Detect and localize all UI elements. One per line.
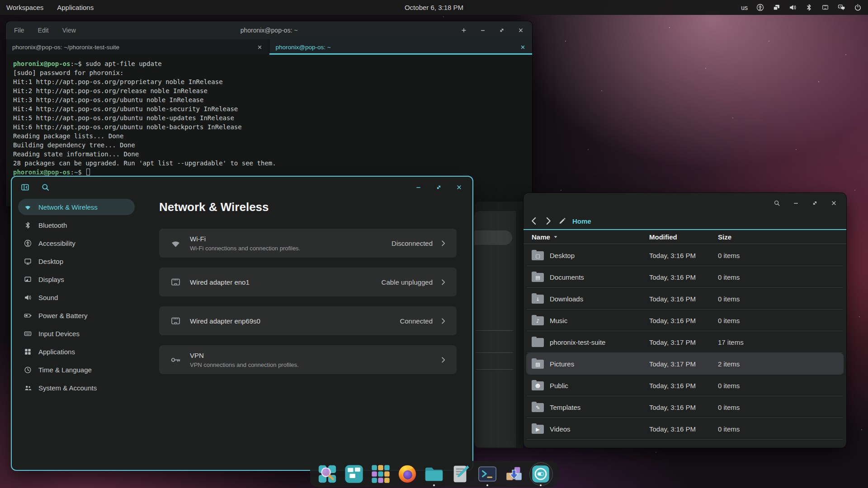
file-row-public[interactable]: ☻PublicToday, 3:16 PM0 items: [526, 375, 844, 396]
volume-icon[interactable]: [789, 4, 797, 11]
dock-item-text-editor[interactable]: [449, 461, 472, 487]
file-modified: Today, 3:17 PM: [649, 360, 718, 368]
file-size: 0 items: [718, 317, 844, 324]
file-modified: Today, 3:16 PM: [649, 252, 718, 259]
users-icon: [24, 384, 32, 392]
folder-folder-icon: [532, 338, 544, 347]
file-row-music[interactable]: ♪MusicToday, 3:16 PM0 items: [526, 310, 844, 331]
settings-card-vpn[interactable]: VPNVPN connections and connection profil…: [159, 345, 457, 374]
file-row-videos[interactable]: ▶VideosToday, 3:16 PM0 items: [526, 418, 844, 440]
sidebar-item-time-language[interactable]: Time & Language: [18, 361, 135, 378]
accessibility-icon[interactable]: [756, 4, 764, 11]
bluetooth-icon: [24, 221, 32, 229]
sidebar-item-label: Displays: [38, 276, 64, 283]
file-row-phoronix-test-suite[interactable]: phoronix-test-suiteToday, 3:17 PM17 item…: [526, 331, 844, 353]
column-header-modified[interactable]: Modified: [649, 233, 718, 241]
new-tab-icon[interactable]: [461, 27, 467, 33]
settings-card-wi-fi[interactable]: Wi-FiWi-Fi connections and connection pr…: [159, 229, 457, 258]
sidebar-item-bluetooth[interactable]: Bluetooth: [18, 217, 135, 233]
clock[interactable]: October 6, 3:18 PM: [0, 4, 868, 11]
card-title: Wired adapter enp69s0: [190, 317, 400, 325]
maximize-icon[interactable]: [811, 200, 818, 206]
settings-card-wired-adapter-eno1[interactable]: Wired adapter eno1Cable unplugged: [159, 267, 457, 296]
file-row-pictures[interactable]: ▨PicturesToday, 3:17 PM2 items: [526, 353, 844, 375]
file-row-templates[interactable]: ✎TemplatesToday, 3:16 PM0 items: [526, 396, 844, 418]
tab-label: phoronix@pop-os: ~/phoronix-test-suite: [12, 44, 119, 51]
files-app-icon: [424, 464, 444, 484]
terminal-line: phoronix@pop-os:~$ sudo apt-file update: [13, 59, 532, 68]
maximize-icon[interactable]: [499, 27, 505, 33]
wifi-icon: [170, 238, 181, 249]
terminal-line: Hit:2 http://apt.pop-os.org/release nobl…: [13, 86, 532, 95]
dock-item-terminal[interactable]: [476, 461, 499, 487]
close-icon[interactable]: [830, 200, 837, 206]
terminal-tab-2[interactable]: phoronix@pop-os: ~: [269, 39, 533, 55]
wifi-icon: [24, 203, 32, 211]
files-titlebar[interactable]: [524, 193, 846, 213]
pop-shop-app-icon: [504, 464, 524, 484]
top-panel: Workspaces Applications October 6, 3:18 …: [0, 0, 868, 15]
file-row-documents[interactable]: ▤DocumentsToday, 3:16 PM0 items: [526, 266, 844, 288]
search-icon[interactable]: [774, 200, 780, 206]
terminal-output[interactable]: phoronix@pop-os:~$ sudo apt-file update[…: [6, 55, 532, 177]
dock-item-firefox[interactable]: [396, 461, 419, 487]
settings-card-wired-adapter-enp69s0[interactable]: Wired adapter enp69s0Connected: [159, 306, 457, 335]
sidebar-item-input-devices[interactable]: Input Devices: [18, 325, 135, 342]
dock-item-pop-shop[interactable]: [503, 461, 525, 487]
bluetooth-icon[interactable]: [805, 4, 813, 11]
minimize-icon[interactable]: [793, 200, 799, 206]
sidebar-item-desktop[interactable]: Desktop: [18, 253, 135, 269]
close-icon[interactable]: [456, 184, 462, 191]
column-header-name[interactable]: Name: [532, 233, 649, 241]
background-window-panel: [474, 211, 516, 447]
sidebar-item-displays[interactable]: Displays: [18, 271, 135, 287]
forward-icon[interactable]: [544, 216, 553, 225]
terminal-tab-1[interactable]: phoronix@pop-os: ~/phoronix-test-suite: [6, 39, 269, 55]
maximize-icon[interactable]: [435, 184, 442, 191]
sidebar-item-sound[interactable]: Sound: [18, 289, 135, 305]
power-icon[interactable]: [854, 4, 862, 11]
search-icon[interactable]: [41, 183, 50, 192]
background-window-partial: [474, 202, 523, 448]
file-row-desktop[interactable]: ▢DesktopToday, 3:16 PM0 items: [526, 244, 844, 266]
files-navbar: Home: [524, 213, 846, 229]
terminal-line: 28 packages can be upgraded. Run 'apt li…: [13, 159, 532, 168]
edit-location-icon[interactable]: [558, 217, 566, 225]
breadcrumb-location[interactable]: Home: [572, 217, 591, 225]
close-icon[interactable]: [518, 27, 524, 33]
back-icon[interactable]: [529, 216, 538, 225]
minimize-icon[interactable]: [415, 184, 422, 191]
dock-item-files[interactable]: [423, 461, 445, 487]
keyboard-layout-indicator[interactable]: us: [741, 4, 748, 11]
notifications-icon[interactable]: [838, 4, 845, 11]
sidebar-toggle-icon[interactable]: [21, 183, 29, 192]
terminal-titlebar[interactable]: FileEditView phoronix@pop-os: ~: [6, 21, 532, 39]
sidebar-item-accessibility[interactable]: Accessibility: [18, 235, 135, 251]
tab-close-icon[interactable]: [257, 44, 263, 50]
dock: [310, 461, 558, 487]
sidebar-item-label: Sound: [38, 294, 58, 301]
sidebar-item-network-wireless[interactable]: Network & Wireless: [18, 199, 135, 215]
terminal-menu-file[interactable]: File: [14, 27, 24, 34]
terminal-menu-edit[interactable]: Edit: [38, 27, 49, 34]
settings-titlebar[interactable]: [12, 177, 472, 197]
window-stack-icon[interactable]: [773, 4, 780, 11]
file-name: Documents: [550, 273, 584, 281]
file-size: 0 items: [718, 382, 844, 389]
card-subtitle: VPN connections and connection profiles.: [190, 361, 440, 368]
dock-item-settings[interactable]: [529, 461, 552, 487]
file-size: 2 items: [718, 360, 844, 368]
tab-close-icon[interactable]: [520, 44, 526, 50]
column-header-size[interactable]: Size: [718, 233, 846, 241]
folder-documents-icon: ▤: [532, 273, 544, 282]
dock-item-applications[interactable]: [369, 461, 392, 487]
sidebar-item-power-battery[interactable]: Power & Battery: [18, 307, 135, 324]
terminal-menu-view[interactable]: View: [62, 27, 76, 34]
file-row-downloads[interactable]: ↓DownloadsToday, 3:16 PM0 items: [526, 288, 844, 310]
dock-item-launcher[interactable]: [316, 461, 339, 487]
minimize-icon[interactable]: [480, 27, 486, 33]
sidebar-item-system-accounts[interactable]: System & Accounts: [18, 380, 135, 396]
ethernet-icon[interactable]: [821, 4, 829, 11]
sidebar-item-applications[interactable]: Applications: [18, 343, 135, 360]
dock-item-workspaces[interactable]: [343, 461, 365, 487]
